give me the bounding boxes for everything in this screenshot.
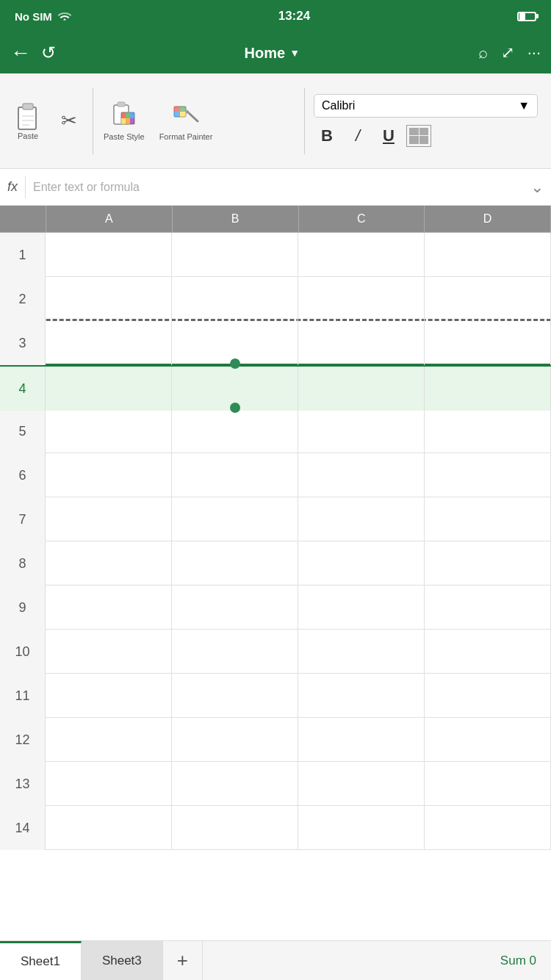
cell-c1[interactable] [298,233,425,277]
cell-b8[interactable] [172,541,298,586]
paste-button[interactable]: Paste [7,97,48,145]
row-number-4[interactable]: 4 [0,367,46,411]
row-number-3[interactable]: 3 [0,321,46,365]
cell-d12[interactable] [425,718,551,762]
cell-d13[interactable] [425,762,551,806]
formula-input[interactable]: Enter text or formula [33,181,523,194]
cell-a9[interactable] [46,586,172,630]
row-num-header [0,206,46,232]
col-header-d[interactable]: D [424,206,551,232]
more-icon[interactable]: ··· [527,43,541,62]
underline-button[interactable]: U [375,123,402,148]
cell-b13[interactable] [172,762,298,806]
cell-c4[interactable] [298,367,425,411]
cell-a14[interactable] [46,806,172,850]
table-row: 9 [0,586,551,630]
cell-b1[interactable] [172,233,298,277]
cell-c13[interactable] [298,762,425,806]
cell-c12[interactable] [298,718,425,762]
cell-c2[interactable] [298,277,425,321]
cell-c10[interactable] [298,630,425,674]
row-number-6[interactable]: 6 [0,453,46,497]
cell-d9[interactable] [425,586,551,630]
col-header-b[interactable]: B [172,206,298,232]
cell-a6[interactable] [46,453,172,497]
cell-d4[interactable] [425,367,551,411]
cell-d1[interactable] [425,233,551,277]
cell-d3[interactable] [425,321,551,365]
row-number-13[interactable]: 13 [0,762,46,806]
cell-c6[interactable] [298,453,425,497]
selection-handle-top[interactable] [230,359,240,369]
cell-d8[interactable] [425,541,551,586]
cell-a2[interactable] [46,277,172,321]
row-number-11[interactable]: 11 [0,674,46,718]
cell-c7[interactable] [298,497,425,541]
row-number-2[interactable]: 2 [0,277,46,321]
cell-b5[interactable] [172,409,298,453]
table-row: 6 [0,453,551,497]
row-number-5[interactable]: 5 [0,409,46,453]
italic-button[interactable]: / [345,123,371,148]
svg-rect-6 [118,102,125,107]
cell-d11[interactable] [425,674,551,718]
cell-b6[interactable] [172,453,298,497]
sum-label: Sum 0 [500,954,536,968]
expand-icon[interactable]: ⤢ [501,43,514,62]
cut-button[interactable]: ✂ [48,105,90,137]
paste-style-button[interactable]: Paste Style [96,96,152,145]
cell-a13[interactable] [46,762,172,806]
cell-c14[interactable] [298,806,425,850]
battery-icon [517,12,536,21]
cell-d6[interactable] [425,453,551,497]
font-select-dropdown[interactable]: Calibri ▼ [314,94,538,118]
cell-a5[interactable] [46,409,172,453]
cell-a11[interactable] [46,674,172,718]
cell-c9[interactable] [298,586,425,630]
cell-a4[interactable] [46,367,172,411]
cell-d14[interactable] [425,806,551,850]
cell-a3[interactable] [46,321,172,365]
cell-b7[interactable] [172,497,298,541]
row-number-9[interactable]: 9 [0,586,46,630]
sheet-tab-sheet1[interactable]: Sheet1 [0,941,82,981]
cell-a12[interactable] [46,718,172,762]
sheet-tab-sheet3[interactable]: Sheet3 [82,941,163,981]
cell-d10[interactable] [425,630,551,674]
nav-title[interactable]: Home ▼ [66,45,478,62]
cell-c3[interactable] [298,321,425,365]
col-header-c[interactable]: C [298,206,425,232]
cell-b2[interactable] [172,277,298,321]
row-number-7[interactable]: 7 [0,497,46,541]
row-number-1[interactable]: 1 [0,233,46,277]
cell-a8[interactable] [46,541,172,586]
cell-c11[interactable] [298,674,425,718]
undo-button[interactable]: ↺ [41,43,56,63]
borders-button[interactable] [406,125,431,147]
format-painter-button[interactable]: Format Painter [152,96,220,145]
cell-d2[interactable] [425,277,551,321]
cell-b12[interactable] [172,718,298,762]
cell-c8[interactable] [298,541,425,586]
cell-b10[interactable] [172,630,298,674]
cell-a1[interactable] [46,233,172,277]
cell-c5[interactable] [298,409,425,453]
cell-d7[interactable] [425,497,551,541]
formula-expand-icon[interactable]: ⌄ [530,178,544,197]
cell-b11[interactable] [172,674,298,718]
cell-b14[interactable] [172,806,298,850]
search-icon[interactable]: ⌕ [478,43,488,62]
row-number-8[interactable]: 8 [0,541,46,586]
selection-handle-bottom[interactable] [230,403,240,413]
cell-a7[interactable] [46,497,172,541]
bold-button[interactable]: B [314,123,340,148]
back-button[interactable]: ← [10,41,31,65]
col-header-a[interactable]: A [46,206,172,232]
row-number-12[interactable]: 12 [0,718,46,762]
cell-d5[interactable] [425,409,551,453]
cell-b9[interactable] [172,586,298,630]
row-number-10[interactable]: 10 [0,630,46,674]
add-sheet-button[interactable]: + [163,941,203,981]
row-number-14[interactable]: 14 [0,806,46,850]
cell-a10[interactable] [46,630,172,674]
